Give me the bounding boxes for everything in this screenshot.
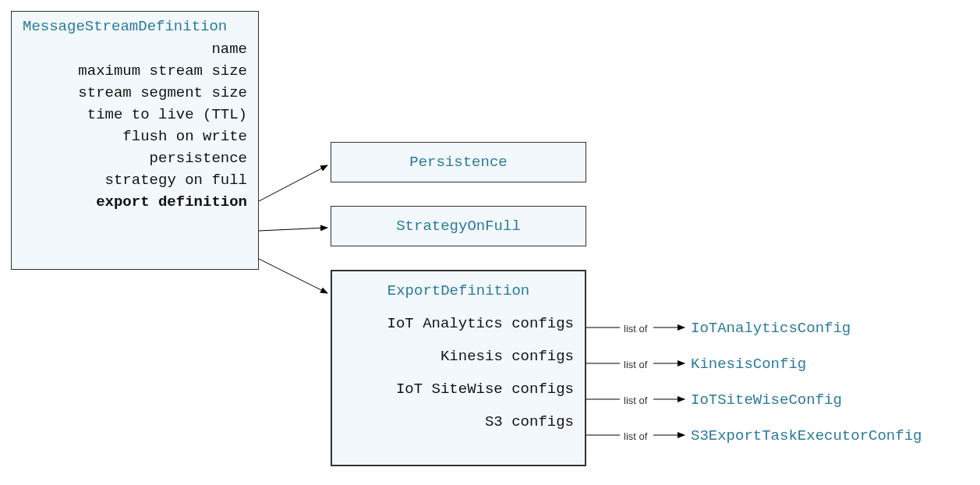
svg-line-1 xyxy=(259,228,327,231)
strategy-title: StrategyOnFull xyxy=(331,207,586,246)
exportdef-prop-iotanalytics: IoT Analytics configs xyxy=(332,307,585,340)
persistence-title: Persistence xyxy=(331,143,586,182)
msd-box: MessageStreamDefinition name maximum str… xyxy=(11,11,259,270)
exportdef-prop-kinesis: Kinesis configs xyxy=(332,340,585,373)
type-sitewise: IoTSiteWiseConfig xyxy=(691,391,842,409)
strategy-box: StrategyOnFull xyxy=(331,206,586,246)
exportdef-box: ExportDefinition IoT Analytics configs K… xyxy=(331,270,586,466)
listof-s3: list of xyxy=(624,430,647,442)
msd-prop-maxsize: maximum stream size xyxy=(12,60,258,82)
msd-prop-name: name xyxy=(12,38,258,60)
persistence-box: Persistence xyxy=(331,142,586,182)
exportdef-title: ExportDefinition xyxy=(332,271,585,307)
type-s3: S3ExportTaskExecutorConfig xyxy=(691,427,922,444)
svg-line-2 xyxy=(259,259,327,293)
type-iotanalytics: IoTAnalyticsConfig xyxy=(691,320,851,337)
msd-prop-exportdef: export definition xyxy=(12,191,258,213)
listof-kinesis: list of xyxy=(624,359,647,370)
listof-sitewise: list of xyxy=(624,395,647,406)
msd-title: MessageStreamDefinition xyxy=(12,12,258,38)
msd-prop-strategy: strategy on full xyxy=(12,169,258,191)
exportdef-prop-sitewise: IoT SiteWise configs xyxy=(332,373,585,405)
msd-prop-persistence: persistence xyxy=(12,147,258,169)
msd-prop-segsize: stream segment size xyxy=(12,82,258,104)
exportdef-prop-s3: S3 configs xyxy=(332,405,585,438)
listof-iotanalytics: list of xyxy=(624,323,647,335)
type-kinesis: KinesisConfig xyxy=(691,356,806,373)
msd-prop-flush: flush on write xyxy=(12,126,258,147)
svg-line-0 xyxy=(259,165,327,201)
msd-prop-ttl: time to live (TTL) xyxy=(12,104,258,126)
